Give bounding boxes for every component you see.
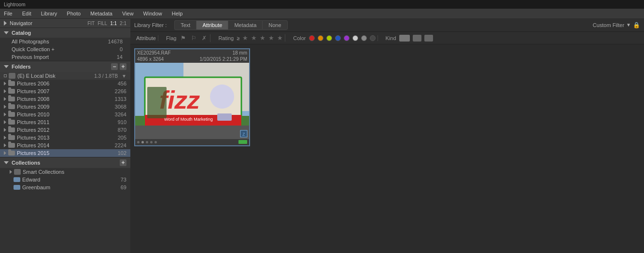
menu-library[interactable]: Library xyxy=(39,10,59,17)
navigator-zoom-options: FIT FILL 1:1 2:1 xyxy=(87,21,126,26)
color-blue[interactable] xyxy=(335,35,341,41)
folder-2007-arrow xyxy=(4,89,6,93)
folder-2011[interactable]: Pictures 2011 910 xyxy=(0,118,130,126)
folder-2015[interactable]: Pictures 2015 102 xyxy=(0,149,130,157)
folder-2008-name: Pictures 2008 xyxy=(17,96,110,102)
zoom-2-1[interactable]: 2:1 xyxy=(120,21,126,26)
folder-2013-icon xyxy=(8,135,15,140)
menu-help[interactable]: Help xyxy=(170,10,185,17)
attribute-bar: Attribute Flag ⚑ ⚐ ✗ Rating ≥ ★ ★ ★ ★ ★ … xyxy=(130,32,644,44)
filter-custom: Custom Filter ▼ 🔒 xyxy=(593,22,640,28)
disk-indicator-icon xyxy=(4,74,7,77)
disk-name: (E) E Local Disk xyxy=(17,73,92,79)
menu-view[interactable]: View xyxy=(120,10,136,17)
filter-bar: Library Filter : Text Attribute Metadata… xyxy=(130,18,644,32)
folder-2009[interactable]: Pictures 2009 3068 xyxy=(0,103,130,111)
folders-header-left: Folders xyxy=(4,64,31,70)
folder-2013[interactable]: Pictures 2013 205 xyxy=(0,134,130,141)
navigator-collapse-icon[interactable] xyxy=(4,21,7,26)
color-red[interactable] xyxy=(309,35,315,41)
folders-collapse-icon[interactable] xyxy=(4,65,9,68)
svg-rect-11 xyxy=(135,126,249,139)
collection-greenbaum[interactable]: Greenbaum 69 xyxy=(0,183,130,191)
collections-add-button[interactable]: + xyxy=(120,159,126,166)
color-dark-gray[interactable] xyxy=(370,35,376,41)
catalog-collapse-icon[interactable] xyxy=(4,31,9,34)
flag-section: Flag ⚑ ⚐ ✗ xyxy=(164,34,210,42)
catalog-previous-import[interactable]: Previous Import 14 xyxy=(0,53,130,61)
color-orange[interactable] xyxy=(318,35,323,41)
folder-2012[interactable]: Pictures 2012 870 xyxy=(0,126,130,134)
photo-header: XE202954.RAF 18 mm xyxy=(135,49,249,56)
flag-flagged-btn[interactable]: ⚑ xyxy=(179,34,187,42)
attr-label-section: Attribute xyxy=(134,35,158,41)
disk-row[interactable]: (E) E Local Disk 1.3 / 1.8TB ▼ xyxy=(0,72,130,80)
collections-collapse-icon[interactable] xyxy=(4,161,9,164)
smart-collections-group-icon xyxy=(14,169,21,175)
smart-collections-group[interactable]: Smart Collections xyxy=(0,168,130,176)
kind-all-btn[interactable] xyxy=(399,35,410,42)
folders-remove-button[interactable]: − xyxy=(111,63,118,70)
zoom-1-1[interactable]: 1:1 xyxy=(110,21,117,26)
collection-edward[interactable]: Edward 73 xyxy=(0,176,130,183)
folder-2014[interactable]: Pictures 2014 2224 xyxy=(0,141,130,149)
star-1[interactable]: ★ xyxy=(242,34,248,42)
menu-file[interactable]: File xyxy=(2,10,14,17)
folder-2007[interactable]: Pictures 2007 2266 xyxy=(0,87,130,95)
rating-symbol: ≥ xyxy=(237,35,239,41)
color-purple[interactable] xyxy=(344,35,350,41)
kind-virtual-btn[interactable] xyxy=(424,35,433,42)
flag-unflagged-btn[interactable]: ⚐ xyxy=(190,34,197,42)
flag-rejected-btn[interactable]: ✗ xyxy=(200,34,208,42)
photo-thumbnail[interactable]: fizz Word of Mouth Marketing xyxy=(135,63,249,139)
disk-icon xyxy=(9,73,15,79)
filter-tab-text[interactable]: Text xyxy=(174,20,196,30)
menu-photo[interactable]: Photo xyxy=(65,10,83,17)
zoom-fit[interactable]: FIT xyxy=(87,21,95,26)
lock-icon[interactable]: 🔒 xyxy=(633,22,640,28)
photo-cell-1[interactable]: XE202954.RAF 18 mm 4896 x 3264 1/10/2015… xyxy=(134,48,250,146)
menu-metadata[interactable]: Metadata xyxy=(88,10,114,17)
folders-section-header[interactable]: Folders − + xyxy=(0,61,130,72)
kind-label: Kind xyxy=(386,35,396,41)
catalog-quick-collection[interactable]: Quick Collection + 0 xyxy=(0,45,130,53)
navigator-header[interactable]: Navigator FIT FILL 1:1 2:1 xyxy=(0,18,130,28)
star-5[interactable]: ★ xyxy=(277,34,283,42)
custom-filter-chevron[interactable]: ▼ xyxy=(626,22,631,28)
folder-2014-arrow xyxy=(4,143,6,147)
star-4[interactable]: ★ xyxy=(268,34,274,42)
folder-2009-icon xyxy=(8,104,15,109)
star-2[interactable]: ★ xyxy=(251,34,257,42)
color-green[interactable] xyxy=(326,35,332,41)
catalog-all-photographs[interactable]: All Photographs 14678 xyxy=(0,38,130,45)
filter-tab-none[interactable]: None xyxy=(262,20,287,30)
dot-4 xyxy=(150,141,153,143)
folder-2009-arrow xyxy=(4,105,6,109)
menu-window[interactable]: Window xyxy=(141,10,164,17)
folder-2008[interactable]: Pictures 2008 1313 xyxy=(0,95,130,103)
folder-2010[interactable]: Pictures 2010 3264 xyxy=(0,111,130,118)
grid-area[interactable]: XE202954.RAF 18 mm 4896 x 3264 1/10/2015… xyxy=(130,44,644,253)
collection-greenbaum-name: Greenbaum xyxy=(22,184,50,190)
collection-edward-name: Edward xyxy=(22,177,40,183)
custom-filter-label[interactable]: Custom Filter xyxy=(593,22,624,28)
zoom-fill[interactable]: FILL xyxy=(98,21,107,26)
filter-tab-metadata[interactable]: Metadata xyxy=(228,20,262,30)
collections-section-header[interactable]: Collections + xyxy=(0,157,130,168)
color-gray[interactable] xyxy=(361,35,367,41)
kind-master-btn[interactable] xyxy=(413,35,421,42)
folder-2011-count: 910 xyxy=(112,119,126,125)
star-3[interactable]: ★ xyxy=(260,34,266,42)
disk-dropdown-icon[interactable]: ▼ xyxy=(122,73,126,79)
folder-2006[interactable]: Pictures 2006 456 xyxy=(0,80,130,87)
folders-add-button[interactable]: + xyxy=(120,63,126,70)
catalog-section-header[interactable]: Catalog xyxy=(0,28,130,38)
color-light-gray[interactable] xyxy=(352,35,358,41)
collection-edward-count: 73 xyxy=(121,177,126,183)
menu-edit[interactable]: Edit xyxy=(20,10,33,17)
filter-tab-attribute[interactable]: Attribute xyxy=(196,20,228,30)
filter-bar-label: Library Filter : xyxy=(134,22,167,28)
right-area: Library Filter : Text Attribute Metadata… xyxy=(130,18,644,253)
collections-label: Collections xyxy=(12,160,40,166)
content-area: XE202954.RAF 18 mm 4896 x 3264 1/10/2015… xyxy=(130,44,644,253)
